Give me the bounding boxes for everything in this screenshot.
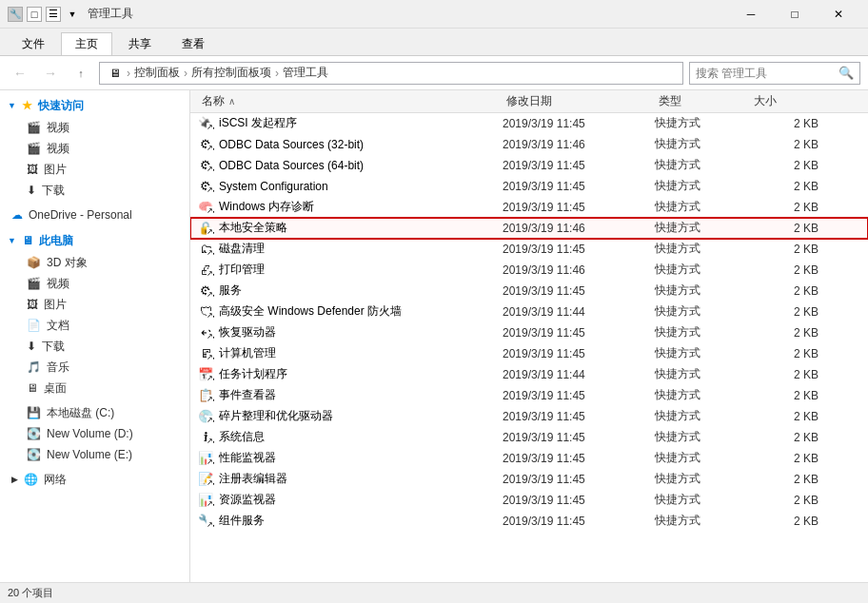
cell-type: 快捷方式: [655, 199, 750, 215]
table-row[interactable]: 🔌 ↗ iSCSI 发起程序 2019/3/19 11:45 快捷方式 2 KB: [190, 113, 868, 134]
cell-size: 2 KB: [750, 431, 826, 444]
table-row[interactable]: 📝 ↗ 注册表编辑器 2019/3/19 11:45 快捷方式 2 KB: [190, 469, 868, 490]
sidebar-drives-section: 💾 本地磁盘 (C:) 💽 New Volume (D:) 💽 New Volu…: [0, 402, 189, 465]
cell-type: 快捷方式: [655, 471, 750, 487]
tab-view[interactable]: 查看: [168, 32, 219, 55]
file-icon: 🛡 ↗: [198, 304, 213, 320]
cell-size: 2 KB: [750, 389, 826, 402]
table-row[interactable]: 💿 ↗ 碎片整理和优化驱动器 2019/3/19 11:45 快捷方式 2 KB: [190, 406, 868, 427]
network-label: 网络: [44, 472, 67, 488]
table-row[interactable]: 📋 ↗ 事件查看器 2019/3/19 11:45 快捷方式 2 KB: [190, 385, 868, 406]
cell-size: 2 KB: [750, 159, 826, 172]
tab-share[interactable]: 共享: [114, 32, 166, 55]
file-name: 注册表编辑器: [219, 471, 287, 487]
sidebar-item-downloads-pc[interactable]: ⬇ 下载: [0, 336, 189, 357]
file-icon: ⚙ ↗: [198, 137, 213, 152]
table-row[interactable]: 📅 ↗ 任务计划程序 2019/3/19 11:44 快捷方式 2 KB: [190, 364, 868, 385]
tab-file[interactable]: 文件: [8, 32, 59, 55]
sidebar-item-onedrive[interactable]: ☁ OneDrive - Personal: [0, 204, 189, 225]
table-row[interactable]: 🗂 ↗ 磁盘清理 2019/3/19 11:45 快捷方式 2 KB: [190, 239, 868, 260]
table-row[interactable]: ⚙ ↗ ODBC Data Sources (64-bit) 2019/3/19…: [190, 155, 868, 176]
cell-name: ℹ ↗ 系统信息: [198, 429, 503, 445]
table-row[interactable]: 🔧 ↗ 组件服务 2019/3/19 11:45 快捷方式 2 KB: [190, 511, 868, 532]
sidebar-item-pictures[interactable]: 🖼 图片: [0, 159, 189, 180]
file-icon: 💿 ↗: [198, 409, 213, 424]
quick-access-dropdown[interactable]: ▼: [65, 7, 80, 22]
sidebar-item-video1[interactable]: 🎬 视频: [0, 117, 189, 138]
file-icon: ⚙ ↗: [198, 158, 213, 173]
cell-type: 快捷方式: [655, 282, 750, 299]
path-admin-tools[interactable]: 管理工具: [283, 65, 328, 81]
sidebar-item-drive-d[interactable]: 💽 New Volume (D:): [0, 423, 189, 444]
table-row[interactable]: 🖨 ↗ 打印管理 2019/3/19 11:46 快捷方式 2 KB: [190, 260, 868, 281]
title-app-icon: 🔧: [8, 7, 23, 22]
file-name: 系统信息: [219, 429, 265, 445]
sidebar-item-music[interactable]: 🎵 音乐: [0, 357, 189, 378]
table-row[interactable]: 🧠 ↗ Windows 内存诊断 2019/3/19 11:45 快捷方式 2 …: [190, 197, 868, 218]
sidebar-item-drive-e[interactable]: 💽 New Volume (E:): [0, 444, 189, 465]
minimize-button[interactable]: ─: [729, 0, 773, 29]
address-path[interactable]: 🖥 › 控制面板 › 所有控制面板项 › 管理工具: [99, 62, 683, 85]
col-header-type[interactable]: 类型: [655, 90, 750, 112]
table-row[interactable]: 🔒 ↗ 本地安全策略 2019/3/19 11:46 快捷方式 2 KB: [190, 218, 868, 239]
sidebar-item-video-pc[interactable]: 🎬 视频: [0, 273, 189, 294]
sidebar-item-3d[interactable]: 📦 3D 对象: [0, 252, 189, 273]
cell-size: 2 KB: [750, 263, 826, 277]
downloads-icon: ⬇: [27, 184, 36, 197]
col-header-name[interactable]: 名称 ∧: [198, 90, 503, 112]
cell-size: 2 KB: [750, 452, 826, 465]
back-button[interactable]: ←: [8, 61, 32, 86]
cell-date: 2019/3/19 11:45: [503, 515, 655, 528]
close-button[interactable]: ✕: [817, 0, 860, 29]
table-row[interactable]: ⚙ ↗ 服务 2019/3/19 11:45 快捷方式 2 KB: [190, 281, 868, 302]
cell-name: ⚙ ↗ 服务: [198, 282, 503, 299]
quick-access-new[interactable]: □: [27, 7, 42, 22]
file-icon: 🗂 ↗: [198, 242, 213, 257]
maximize-button[interactable]: □: [773, 0, 817, 29]
video2-label: 视频: [47, 141, 69, 157]
table-row[interactable]: 🖥 ↗ 计算机管理 2019/3/19 11:45 快捷方式 2 KB: [190, 343, 868, 364]
col-header-date[interactable]: 修改日期: [503, 90, 655, 112]
cell-date: 2019/3/19 11:44: [503, 368, 655, 381]
table-row[interactable]: ⚙ ↗ ODBC Data Sources (32-bit) 2019/3/19…: [190, 134, 868, 155]
table-row[interactable]: ℹ ↗ 系统信息 2019/3/19 11:45 快捷方式 2 KB: [190, 427, 868, 448]
cell-size: 2 KB: [750, 515, 826, 528]
file-name: ODBC Data Sources (32-bit): [219, 138, 364, 151]
file-name: 打印管理: [219, 262, 265, 278]
sidebar-item-downloads[interactable]: ⬇ 下载: [0, 180, 189, 201]
sidebar-item-video2[interactable]: 🎬 视频: [0, 138, 189, 159]
sidebar-this-pc-header[interactable]: ▼ 🖥 此电脑: [0, 229, 189, 252]
forward-button[interactable]: →: [38, 61, 63, 86]
table-row[interactable]: ⚙ ↗ System Configuration 2019/3/19 11:45…: [190, 176, 868, 197]
path-control-panel[interactable]: 控制面板: [134, 65, 180, 81]
sidebar-item-pictures-pc[interactable]: 🖼 图片: [0, 294, 189, 315]
sidebar-item-documents[interactable]: 📄 文档: [0, 315, 189, 336]
file-icon: 📋 ↗: [198, 388, 213, 403]
col-header-size[interactable]: 大小: [750, 90, 826, 112]
search-box[interactable]: 🔍: [689, 62, 860, 85]
tab-home[interactable]: 主页: [61, 32, 112, 55]
window-controls[interactable]: ─ □ ✕: [729, 0, 860, 29]
table-row[interactable]: 📊 ↗ 资源监视器 2019/3/19 11:45 快捷方式 2 KB: [190, 490, 868, 511]
quick-access-star-icon: ★: [22, 99, 32, 112]
cell-type: 快捷方式: [655, 513, 750, 529]
search-input[interactable]: [696, 67, 838, 80]
table-row[interactable]: 🛡 ↗ 高级安全 Windows Defender 防火墙 2019/3/19 …: [190, 302, 868, 322]
sidebar-quick-access-header[interactable]: ▼ ★ 快速访问: [0, 94, 189, 117]
sidebar-item-desktop[interactable]: 🖥 桌面: [0, 378, 189, 399]
table-row[interactable]: 📊 ↗ 性能监视器 2019/3/19 11:45 快捷方式 2 KB: [190, 448, 868, 469]
sidebar-item-drive-c[interactable]: 💾 本地磁盘 (C:): [0, 402, 189, 423]
sidebar-this-pc-section: ▼ 🖥 此电脑 📦 3D 对象 🎬 视频 🖼 图片 📄 文档 ⬇: [0, 229, 189, 399]
file-name: 本地安全策略: [219, 220, 287, 236]
table-row[interactable]: ↩ ↗ 恢复驱动器 2019/3/19 11:45 快捷方式 2 KB: [190, 322, 868, 343]
sidebar-quick-access-section: ▼ ★ 快速访问 🎬 视频 🎬 视频 🖼 图片 ⬇ 下载: [0, 94, 189, 201]
pictures-pc-label: 图片: [44, 297, 67, 313]
cell-name: 📊 ↗ 资源监视器: [198, 492, 503, 508]
sidebar-item-network[interactable]: ▶ 🌐 网络: [0, 469, 189, 490]
quick-access-prop[interactable]: ☰: [46, 7, 61, 22]
cell-type: 快捷方式: [655, 366, 750, 382]
path-all-items[interactable]: 所有控制面板项: [191, 65, 271, 81]
video2-icon: 🎬: [27, 142, 41, 155]
status-bar: 20 个项目: [0, 582, 868, 603]
up-button[interactable]: ↑: [69, 61, 93, 86]
